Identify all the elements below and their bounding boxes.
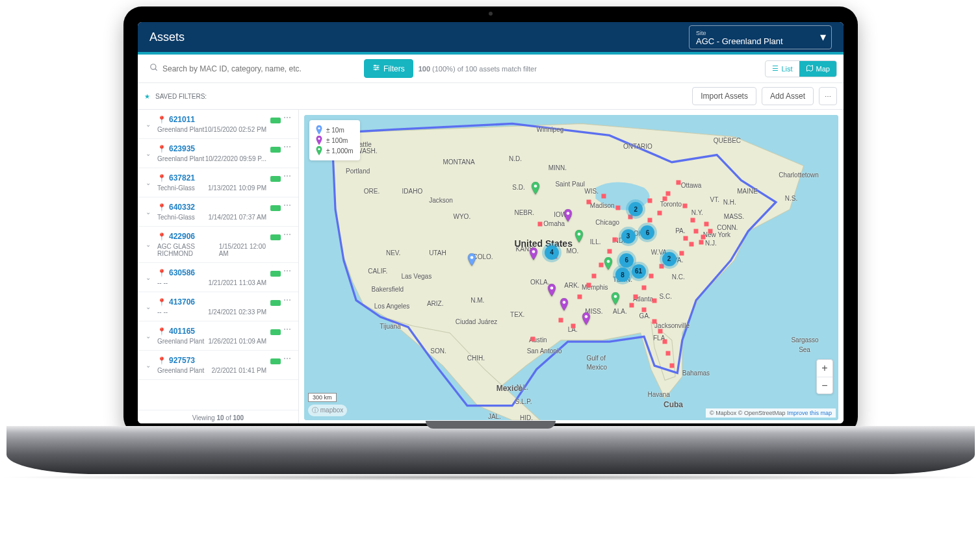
map-marker-square[interactable] bbox=[659, 264, 664, 268]
map-marker-square[interactable] bbox=[586, 282, 591, 287]
map-marker-square[interactable] bbox=[647, 218, 652, 223]
row-menu-button[interactable]: ⋯ bbox=[283, 144, 292, 150]
map-marker-square[interactable] bbox=[647, 199, 652, 203]
more-menu-button[interactable]: ⋯ bbox=[819, 87, 837, 105]
asset-row[interactable]: ⌄📍630586-- --1/21/2021 11:03 AM⋯ bbox=[138, 263, 298, 292]
import-assets-button[interactable]: Import Assets bbox=[692, 87, 756, 105]
asset-id[interactable]: 422906 bbox=[169, 232, 195, 241]
map-marker-square[interactable] bbox=[602, 194, 606, 199]
row-menu-button[interactable]: ⋯ bbox=[283, 203, 292, 208]
map-marker-square[interactable] bbox=[663, 196, 667, 201]
map-marker-square[interactable] bbox=[658, 329, 662, 334]
asset-row[interactable]: ⌄📍637821Techni-Glass1/13/2021 10:09 PM⋯ bbox=[138, 168, 298, 197]
map-marker-square[interactable] bbox=[704, 221, 709, 226]
view-map-button[interactable]: Map bbox=[799, 61, 836, 77]
asset-row[interactable]: ⌄📍422906AGC GLASS RICHMOND1/15/2021 12:0… bbox=[138, 227, 298, 263]
map-marker-square[interactable] bbox=[666, 191, 671, 195]
map-cluster[interactable]: 61 bbox=[632, 264, 646, 279]
chevron-down-icon[interactable]: ⌄ bbox=[146, 327, 153, 345]
map-cluster[interactable]: 2 bbox=[662, 252, 677, 266]
map-marker-square[interactable] bbox=[652, 299, 657, 303]
chevron-down-icon[interactable]: ⌄ bbox=[146, 203, 153, 221]
map-marker-square[interactable] bbox=[599, 262, 603, 267]
row-menu-button[interactable]: ⋯ bbox=[283, 268, 292, 274]
asset-id[interactable]: 927573 bbox=[169, 356, 195, 365]
row-menu-button[interactable]: ⋯ bbox=[283, 356, 292, 362]
map-marker-square[interactable] bbox=[615, 206, 620, 210]
map-canvas[interactable]: WASH.SeattlePortlandORE.IDAHOMONTANAWYO.… bbox=[304, 115, 838, 420]
row-menu-button[interactable]: ⋯ bbox=[283, 297, 292, 303]
map-marker-square[interactable] bbox=[708, 229, 712, 234]
chevron-down-icon[interactable]: ⌄ bbox=[146, 115, 153, 133]
map-marker-square[interactable] bbox=[657, 211, 662, 216]
search-field[interactable] bbox=[162, 64, 354, 73]
map-marker-square[interactable] bbox=[652, 319, 657, 323]
map-marker-square[interactable] bbox=[649, 274, 653, 279]
map-marker-square[interactable] bbox=[679, 251, 684, 255]
asset-id[interactable]: 621011 bbox=[169, 115, 195, 124]
improve-map-link[interactable]: Improve this map bbox=[787, 410, 832, 416]
map-marker-square[interactable] bbox=[577, 294, 582, 299]
map-cluster[interactable]: 4 bbox=[545, 245, 559, 260]
row-menu-button[interactable]: ⋯ bbox=[283, 115, 292, 121]
chevron-down-icon[interactable]: ⌄ bbox=[146, 232, 153, 257]
search-input[interactable] bbox=[144, 60, 359, 77]
filters-button[interactable]: Filters bbox=[364, 59, 413, 78]
map-marker-square[interactable] bbox=[642, 307, 647, 312]
chevron-down-icon[interactable]: ⌄ bbox=[146, 268, 153, 286]
asset-row[interactable]: ⌄📍401165Greenland Plant1/26/2021 01:09 A… bbox=[138, 321, 298, 351]
asset-id[interactable]: 630586 bbox=[169, 268, 195, 277]
asset-list[interactable]: ⌄📍621011Greenland Plant10/15/2020 02:52 … bbox=[138, 110, 298, 410]
map-cluster[interactable]: 6 bbox=[640, 225, 654, 240]
map-marker-square[interactable] bbox=[531, 336, 535, 341]
asset-id[interactable]: 640332 bbox=[169, 203, 195, 212]
asset-id[interactable]: 637821 bbox=[169, 173, 195, 182]
zoom-out-button[interactable]: − bbox=[817, 377, 832, 394]
add-asset-button[interactable]: Add Asset bbox=[762, 87, 814, 105]
asset-id[interactable]: 413706 bbox=[169, 297, 195, 307]
map-marker-square[interactable] bbox=[699, 240, 703, 244]
map-marker-square[interactable] bbox=[669, 364, 674, 368]
map-cluster[interactable]: 2 bbox=[628, 202, 643, 216]
asset-id[interactable]: 401165 bbox=[169, 327, 195, 336]
view-list-button[interactable]: ☰ List bbox=[766, 61, 799, 77]
asset-row[interactable]: ⌄📍640332Techni-Glass1/14/2021 07:37 AM⋯ bbox=[138, 197, 298, 227]
map-cluster[interactable]: 8 bbox=[615, 268, 630, 282]
map-marker-square[interactable] bbox=[701, 235, 705, 240]
asset-row[interactable]: ⌄📍621011Greenland Plant10/15/2020 02:52 … bbox=[138, 110, 298, 139]
map-marker-square[interactable] bbox=[694, 229, 699, 234]
chevron-down-icon[interactable]: ⌄ bbox=[146, 144, 153, 162]
map-marker-square[interactable] bbox=[613, 238, 617, 242]
asset-row[interactable]: ⌄📍623935Greenland Plant10/22/2020 09:59 … bbox=[138, 139, 298, 168]
map-marker-square[interactable] bbox=[558, 318, 563, 322]
map[interactable]: WASH.SeattlePortlandORE.IDAHOMONTANAWYO.… bbox=[304, 115, 838, 420]
row-menu-button[interactable]: ⋯ bbox=[283, 173, 292, 179]
map-marker-square[interactable] bbox=[586, 200, 591, 205]
map-cluster[interactable]: 3 bbox=[621, 229, 636, 244]
map-marker-square[interactable] bbox=[663, 340, 667, 344]
site-selector[interactable]: Site AGC - Greenland Plant ▾ bbox=[689, 25, 832, 49]
row-menu-button[interactable]: ⋯ bbox=[283, 327, 292, 332]
chevron-down-icon[interactable]: ⌄ bbox=[146, 173, 153, 192]
map-marker-square[interactable] bbox=[689, 242, 693, 247]
map-cluster[interactable]: 6 bbox=[619, 253, 634, 268]
asset-row[interactable]: ⌄📍413706-- --1/24/2021 02:33 PM⋯ bbox=[138, 292, 298, 321]
map-marker-square[interactable] bbox=[592, 274, 597, 279]
map-marker-square[interactable] bbox=[634, 294, 638, 299]
zoom-in-button[interactable]: + bbox=[817, 360, 832, 377]
map-marker-square[interactable] bbox=[684, 236, 688, 241]
map-marker-square[interactable] bbox=[642, 286, 647, 290]
row-menu-button[interactable]: ⋯ bbox=[283, 232, 292, 238]
map-marker-square[interactable] bbox=[629, 303, 634, 308]
chevron-down-icon[interactable]: ⌄ bbox=[146, 297, 153, 316]
map-marker-square[interactable] bbox=[683, 203, 688, 208]
map-marker-square[interactable] bbox=[571, 323, 576, 328]
map-marker-square[interactable] bbox=[537, 221, 542, 226]
asset-id[interactable]: 623935 bbox=[169, 144, 195, 153]
chevron-down-icon[interactable]: ⌄ bbox=[146, 356, 153, 374]
asset-row[interactable]: ⌄📍927573Greenland Plant2/2/2021 01:41 PM… bbox=[138, 351, 298, 380]
map-marker-square[interactable] bbox=[677, 181, 681, 185]
map-marker-square[interactable] bbox=[666, 351, 671, 356]
map-marker-square[interactable] bbox=[607, 249, 612, 254]
map-marker-square[interactable] bbox=[690, 218, 695, 223]
